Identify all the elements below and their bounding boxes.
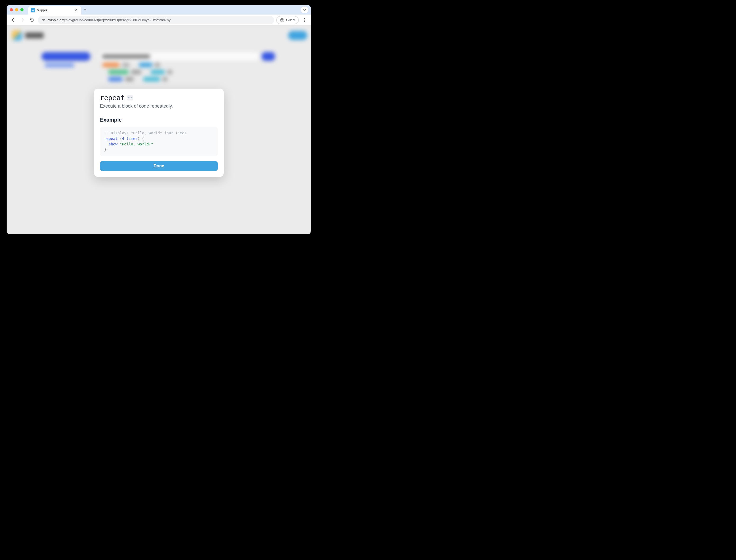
code-unit: times: [126, 136, 137, 141]
url-text: wipple.org/playground/edit/hJZfplBpz2u0Y…: [48, 18, 171, 22]
done-button[interactable]: Done: [100, 161, 218, 171]
tab-favicon: W: [31, 8, 35, 12]
page-content: repeat ••• Execute a block of code repea…: [7, 26, 311, 234]
code-text: [118, 142, 120, 146]
browser-menu-button[interactable]: [301, 18, 308, 22]
window-controls: [10, 8, 24, 11]
browser-window: W Wipple ✕ +: [7, 5, 311, 234]
keyword-name: repeat: [100, 94, 125, 102]
chevron-down-icon: [303, 8, 306, 11]
tab-close-button[interactable]: ✕: [73, 8, 79, 12]
keyword-description: Execute a block of code repeatedly.: [100, 103, 218, 109]
titlebar: W Wipple ✕ +: [7, 5, 311, 15]
browser-tab[interactable]: W Wipple ✕: [28, 6, 81, 15]
documentation-modal: repeat ••• Execute a block of code repea…: [94, 89, 224, 177]
code-text: (: [118, 136, 122, 141]
url-host: wipple.org: [48, 18, 65, 22]
close-window-button[interactable]: [10, 8, 13, 11]
modal-header: repeat •••: [100, 94, 218, 102]
new-tab-button[interactable]: +: [84, 7, 86, 12]
url-path: /playground/edit/hJZfplBpz2u0YQp89Ag6/D8…: [65, 18, 171, 22]
tab-title: Wipple: [37, 8, 71, 12]
site-settings-button[interactable]: [41, 18, 46, 22]
svg-point-7: [304, 20, 305, 20]
svg-point-8: [304, 21, 305, 22]
svg-point-1: [43, 19, 43, 20]
maximize-window-button[interactable]: [20, 8, 24, 11]
kebab-icon: [304, 18, 305, 22]
forward-button[interactable]: [19, 16, 26, 24]
arrow-right-icon: [20, 18, 25, 22]
code-number: 4: [122, 136, 124, 141]
browser-toolbar: wipple.org/playground/edit/hJZfplBpz2u0Y…: [7, 15, 311, 26]
code-indent: [104, 142, 109, 146]
svg-point-6: [304, 18, 305, 19]
profile-button[interactable]: Guest: [276, 16, 299, 24]
code-function: show: [109, 142, 118, 146]
more-options-button[interactable]: •••: [127, 95, 133, 100]
example-code: -- Displays "Hello, world" four times re…: [100, 127, 218, 156]
code-string: "Hello, world!": [120, 142, 153, 146]
minimize-window-button[interactable]: [15, 8, 18, 11]
svg-point-3: [44, 20, 44, 21]
reload-button[interactable]: [28, 16, 36, 24]
code-text: ) {: [137, 136, 144, 141]
arrow-left-icon: [11, 18, 15, 22]
guest-icon: [280, 18, 284, 22]
example-heading: Example: [100, 117, 218, 123]
tab-search-button[interactable]: [301, 7, 308, 13]
code-text: }: [104, 148, 106, 152]
reload-icon: [30, 18, 34, 22]
address-bar[interactable]: wipple.org/playground/edit/hJZfplBpz2u0Y…: [38, 16, 274, 24]
tune-icon: [41, 18, 45, 22]
back-button[interactable]: [9, 16, 17, 24]
svg-point-5: [282, 19, 283, 20]
profile-label: Guest: [286, 18, 295, 22]
code-comment: -- Displays "Hello, world" four times: [104, 131, 187, 135]
code-keyword: repeat: [104, 136, 118, 141]
